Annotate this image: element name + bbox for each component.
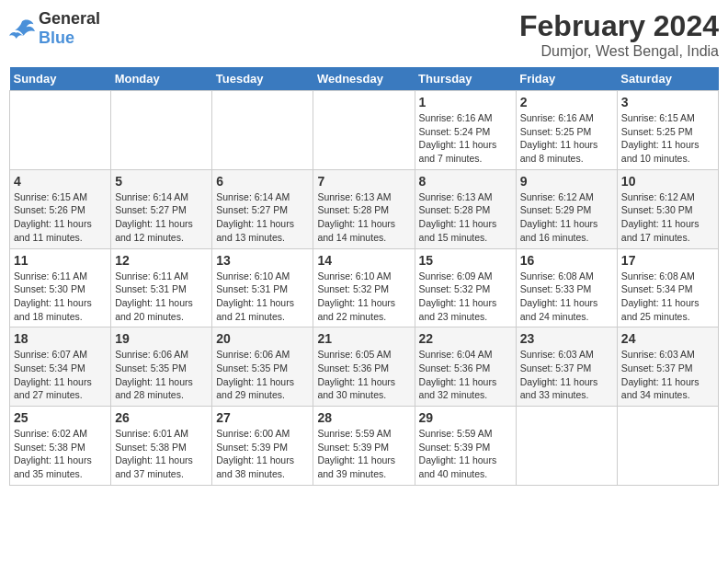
day-detail: Sunrise: 6:04 AM Sunset: 5:36 PM Dayligh… bbox=[419, 348, 512, 402]
day-number: 3 bbox=[621, 95, 714, 109]
calendar-cell bbox=[10, 91, 111, 170]
day-number: 29 bbox=[419, 410, 512, 425]
day-number: 6 bbox=[216, 174, 309, 189]
weekday-header-tuesday: Tuesday bbox=[212, 67, 313, 91]
calendar-cell: 6Sunrise: 6:14 AM Sunset: 5:27 PM Daylig… bbox=[212, 169, 313, 248]
weekday-header-row: SundayMondayTuesdayWednesdayThursdayFrid… bbox=[10, 67, 719, 91]
day-detail: Sunrise: 6:10 AM Sunset: 5:32 PM Dayligh… bbox=[317, 270, 410, 324]
calendar-cell: 8Sunrise: 6:13 AM Sunset: 5:28 PM Daylig… bbox=[415, 169, 516, 248]
day-detail: Sunrise: 6:07 AM Sunset: 5:34 PM Dayligh… bbox=[14, 348, 107, 402]
calendar-cell: 11Sunrise: 6:11 AM Sunset: 5:30 PM Dayli… bbox=[10, 248, 111, 327]
calendar-cell bbox=[516, 407, 617, 486]
calendar-cell: 28Sunrise: 5:59 AM Sunset: 5:39 PM Dayli… bbox=[313, 407, 415, 486]
calendar-cell: 15Sunrise: 6:09 AM Sunset: 5:32 PM Dayli… bbox=[415, 248, 516, 327]
day-detail: Sunrise: 5:59 AM Sunset: 5:39 PM Dayligh… bbox=[317, 427, 410, 481]
day-detail: Sunrise: 6:15 AM Sunset: 5:25 PM Dayligh… bbox=[621, 111, 714, 166]
day-number: 20 bbox=[216, 331, 309, 346]
day-number: 14 bbox=[317, 253, 410, 268]
calendar-week-row: 25Sunrise: 6:02 AM Sunset: 5:38 PM Dayli… bbox=[10, 407, 719, 486]
calendar-cell bbox=[212, 91, 313, 170]
day-number: 25 bbox=[14, 410, 107, 425]
day-detail: Sunrise: 6:08 AM Sunset: 5:33 PM Dayligh… bbox=[520, 270, 613, 324]
calendar-cell: 4Sunrise: 6:15 AM Sunset: 5:26 PM Daylig… bbox=[10, 169, 111, 248]
weekday-header-wednesday: Wednesday bbox=[313, 67, 415, 91]
day-detail: Sunrise: 6:08 AM Sunset: 5:34 PM Dayligh… bbox=[621, 270, 714, 324]
month-title: February 2024 bbox=[519, 9, 719, 43]
day-detail: Sunrise: 6:06 AM Sunset: 5:35 PM Dayligh… bbox=[216, 348, 309, 402]
day-number: 4 bbox=[14, 174, 107, 189]
day-detail: Sunrise: 6:09 AM Sunset: 5:32 PM Dayligh… bbox=[419, 270, 512, 324]
day-number: 11 bbox=[14, 253, 107, 268]
day-detail: Sunrise: 6:11 AM Sunset: 5:31 PM Dayligh… bbox=[115, 270, 208, 324]
day-detail: Sunrise: 6:03 AM Sunset: 5:37 PM Dayligh… bbox=[621, 348, 714, 402]
day-number: 23 bbox=[520, 331, 613, 346]
day-number: 2 bbox=[520, 95, 613, 109]
day-number: 16 bbox=[520, 253, 613, 268]
weekday-header-saturday: Saturday bbox=[617, 67, 718, 91]
day-detail: Sunrise: 5:59 AM Sunset: 5:39 PM Dayligh… bbox=[419, 427, 512, 481]
day-number: 12 bbox=[115, 253, 208, 268]
day-detail: Sunrise: 6:14 AM Sunset: 5:27 PM Dayligh… bbox=[216, 190, 309, 245]
day-number: 5 bbox=[115, 174, 208, 189]
calendar-week-row: 1Sunrise: 6:16 AM Sunset: 5:24 PM Daylig… bbox=[10, 91, 719, 170]
calendar-cell: 9Sunrise: 6:12 AM Sunset: 5:29 PM Daylig… bbox=[516, 169, 617, 248]
day-number: 22 bbox=[419, 331, 512, 346]
day-number: 9 bbox=[520, 174, 613, 189]
calendar-cell bbox=[111, 91, 212, 170]
day-detail: Sunrise: 6:13 AM Sunset: 5:28 PM Dayligh… bbox=[419, 190, 512, 245]
title-area: February 2024 Dumjor, West Bengal, India bbox=[519, 9, 719, 60]
day-number: 13 bbox=[216, 253, 309, 268]
calendar-cell: 21Sunrise: 6:05 AM Sunset: 5:36 PM Dayli… bbox=[313, 327, 415, 407]
calendar-cell: 17Sunrise: 6:08 AM Sunset: 5:34 PM Dayli… bbox=[617, 248, 718, 327]
calendar-cell: 29Sunrise: 5:59 AM Sunset: 5:39 PM Dayli… bbox=[415, 407, 516, 486]
day-detail: Sunrise: 6:06 AM Sunset: 5:35 PM Dayligh… bbox=[115, 348, 208, 402]
weekday-header-monday: Monday bbox=[111, 67, 212, 91]
weekday-header-thursday: Thursday bbox=[415, 67, 516, 91]
day-detail: Sunrise: 6:00 AM Sunset: 5:39 PM Dayligh… bbox=[216, 427, 309, 481]
day-detail: Sunrise: 6:14 AM Sunset: 5:27 PM Dayligh… bbox=[115, 190, 208, 245]
weekday-header-sunday: Sunday bbox=[10, 67, 111, 91]
calendar-cell: 27Sunrise: 6:00 AM Sunset: 5:39 PM Dayli… bbox=[212, 407, 313, 486]
day-number: 7 bbox=[317, 174, 410, 189]
calendar-week-row: 4Sunrise: 6:15 AM Sunset: 5:26 PM Daylig… bbox=[10, 169, 719, 248]
calendar-cell: 19Sunrise: 6:06 AM Sunset: 5:35 PM Dayli… bbox=[111, 327, 212, 407]
calendar-cell: 25Sunrise: 6:02 AM Sunset: 5:38 PM Dayli… bbox=[10, 407, 111, 486]
day-detail: Sunrise: 6:11 AM Sunset: 5:30 PM Dayligh… bbox=[14, 270, 107, 324]
day-number: 17 bbox=[621, 253, 714, 268]
calendar-cell bbox=[313, 91, 415, 170]
calendar-week-row: 18Sunrise: 6:07 AM Sunset: 5:34 PM Dayli… bbox=[10, 327, 719, 407]
calendar-cell: 16Sunrise: 6:08 AM Sunset: 5:33 PM Dayli… bbox=[516, 248, 617, 327]
calendar-cell: 26Sunrise: 6:01 AM Sunset: 5:38 PM Dayli… bbox=[111, 407, 212, 486]
calendar-table: SundayMondayTuesdayWednesdayThursdayFrid… bbox=[9, 67, 719, 486]
calendar-cell: 22Sunrise: 6:04 AM Sunset: 5:36 PM Dayli… bbox=[415, 327, 516, 407]
day-detail: Sunrise: 6:02 AM Sunset: 5:38 PM Dayligh… bbox=[14, 427, 107, 481]
calendar-cell: 20Sunrise: 6:06 AM Sunset: 5:35 PM Dayli… bbox=[212, 327, 313, 407]
day-detail: Sunrise: 6:16 AM Sunset: 5:24 PM Dayligh… bbox=[419, 111, 512, 166]
day-number: 15 bbox=[419, 253, 512, 268]
calendar-cell: 23Sunrise: 6:03 AM Sunset: 5:37 PM Dayli… bbox=[516, 327, 617, 407]
calendar-cell bbox=[617, 407, 718, 486]
day-number: 8 bbox=[419, 174, 512, 189]
day-detail: Sunrise: 6:05 AM Sunset: 5:36 PM Dayligh… bbox=[317, 348, 410, 402]
logo-text: General Blue bbox=[39, 9, 100, 48]
calendar-week-row: 11Sunrise: 6:11 AM Sunset: 5:30 PM Dayli… bbox=[10, 248, 719, 327]
day-number: 10 bbox=[621, 174, 714, 189]
page-header: General Blue February 2024 Dumjor, West … bbox=[9, 9, 719, 60]
calendar-cell: 7Sunrise: 6:13 AM Sunset: 5:28 PM Daylig… bbox=[313, 169, 415, 248]
calendar-cell: 13Sunrise: 6:10 AM Sunset: 5:31 PM Dayli… bbox=[212, 248, 313, 327]
day-number: 26 bbox=[115, 410, 208, 425]
day-number: 21 bbox=[317, 331, 410, 346]
day-detail: Sunrise: 6:15 AM Sunset: 5:26 PM Dayligh… bbox=[14, 190, 107, 245]
calendar-cell: 18Sunrise: 6:07 AM Sunset: 5:34 PM Dayli… bbox=[10, 327, 111, 407]
logo-icon bbox=[9, 18, 35, 39]
day-detail: Sunrise: 6:12 AM Sunset: 5:30 PM Dayligh… bbox=[621, 190, 714, 245]
calendar-cell: 10Sunrise: 6:12 AM Sunset: 5:30 PM Dayli… bbox=[617, 169, 718, 248]
day-number: 18 bbox=[14, 331, 107, 346]
day-detail: Sunrise: 6:01 AM Sunset: 5:38 PM Dayligh… bbox=[115, 427, 208, 481]
day-detail: Sunrise: 6:10 AM Sunset: 5:31 PM Dayligh… bbox=[216, 270, 309, 324]
day-detail: Sunrise: 6:03 AM Sunset: 5:37 PM Dayligh… bbox=[520, 348, 613, 402]
calendar-cell: 12Sunrise: 6:11 AM Sunset: 5:31 PM Dayli… bbox=[111, 248, 212, 327]
logo: General Blue bbox=[9, 9, 100, 48]
calendar-cell: 14Sunrise: 6:10 AM Sunset: 5:32 PM Dayli… bbox=[313, 248, 415, 327]
calendar-cell: 2Sunrise: 6:16 AM Sunset: 5:25 PM Daylig… bbox=[516, 91, 617, 170]
